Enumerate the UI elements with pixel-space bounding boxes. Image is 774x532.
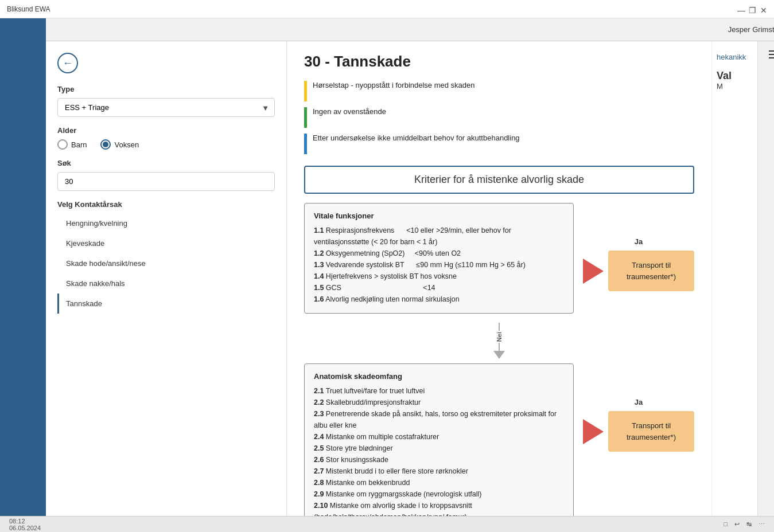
right-partial-text1: hekanikk [717,53,753,61]
vitale-1-1: 1.1 Respirasjonsfrekvens <10 eller >29/m… [314,225,564,248]
hamburger-icon [769,50,775,58]
back-btn-row: ← [57,53,275,73]
criteria-header-box: Kriterier for å mistenke alvorlig skade [304,166,694,194]
voksen-radio-label[interactable]: Voksen [100,139,139,150]
anatomisk-2-9: 2.9 Mistanke om ryggmargsskade (nevrolog… [314,488,564,500]
anatomisk-2-1: 2.1 Truet luftvei/fare for truet luftvei [314,385,564,397]
sok-label: Søk [57,159,275,167]
type-select[interactable]: ESS + Triage [57,98,275,117]
vitale-title: Vitale funksjoner [314,212,564,220]
left-nav-bg [0,18,46,532]
page-title: 30 - Tannskade [304,53,694,71]
voksen-radio-inner [103,142,108,147]
anatomisk-arrow-box: Ja Transport til traumesenter*) [583,398,694,452]
kontakt-label: Velg Kontaktårsak [57,200,275,209]
titlebar: Bliksund EWA — ❐ ✕ [0,0,774,18]
titlebar-title: Bliksund EWA [7,5,50,13]
titlebar-controls: — ❐ ✕ [737,6,767,13]
anatomisk-2-2: 2.2 Skallebrudd/impresjonsfraktur [314,397,564,408]
type-select-wrapper: ESS + Triage ▼ [57,98,275,117]
arrow-right-icon-1 [583,259,604,284]
left-panel: ← Type ESS + Triage ▼ Alder Barn [46,41,287,532]
anatomisk-2-5: 2.5 Store ytre blødninger [314,443,564,454]
hamburger-button[interactable] [767,46,775,63]
minimize-button[interactable]: — [737,6,744,13]
criteria-section: Kriterier for å mistenke alvorlig skade … [304,166,694,531]
barn-radio-label[interactable]: Barn [57,139,87,150]
right-partial-text2: Val [717,70,753,82]
voksen-radio-outer [100,139,111,150]
bottom-icon-1: □ [724,521,728,528]
criteria-title: Kriterier for å mistenke alvorlig skade [414,174,584,185]
vitale-1-3: 1.3 Vedvarende systolisk BT ≤90 mm Hg (≤… [314,259,564,271]
anatomisk-2-3: 2.3 Penetrerende skade på ansikt, hals, … [314,408,564,431]
bottom-bar: 08:12 06.05.2024 □ ↩ ↹ ⋯ [0,516,774,532]
nei-vertical: Nei [493,323,505,359]
anatomisk-title: Anatomisk skadeomfang [314,372,564,381]
alder-label: Alder [57,126,275,135]
bottom-right-icons: □ ↩ ↹ ⋯ [724,521,765,528]
triage-item-green: Ingen av ovenstående [304,106,694,128]
app-wrapper: Jesper Grimstad ← Type ESS + Triage ▼ [0,0,774,532]
triage-bar-green [304,107,307,128]
triage-text-blue: Etter undersøkelse ikke umiddelbart beho… [313,132,520,144]
triage-text-yellow: Hørselstap - nyoppstått i forbindelse me… [313,80,475,91]
vitale-1-4: 1.4 Hjertefrekvens > systolisk BT hos vo… [314,271,564,282]
arrow-right-icon-2 [583,419,604,444]
triage-item-blue: Etter undersøkelse ikke umiddelbart beho… [304,132,694,154]
bottom-date: 06.05.2024 [9,525,41,531]
barn-label: Barn [71,140,87,149]
anatomisk-2-8: 2.8 Mistanke om bekkenbrudd [314,477,564,488]
bottom-icon-3: ↹ [746,521,752,528]
voksen-label: Voksen [114,140,139,149]
contact-item-hengning[interactable]: Hengning/kvelning [57,213,275,233]
panel-area: ← Type ESS + Triage ▼ Alder Barn [46,41,757,532]
vitale-1-6: 1.6 Alvorlig nedkjøling uten normal sirk… [314,294,564,305]
ja-label-2: Ja [635,398,643,406]
bottom-time: 08:12 [9,518,25,525]
nei-line-top [499,323,500,331]
vitale-arrow-box: Ja Transport til traumesenter*) [583,237,694,291]
bottom-icon-2: ↩ [734,521,740,528]
nei-arrow-wrapper: Nei [304,323,694,359]
contact-item-kjeve[interactable]: Kjeveskade [57,233,275,253]
vitale-1-2: 1.2 Oksygenmetning (SpO2) <90% uten O2 [314,248,564,259]
right-panel: 30 - Tannskade Hørselstap - nyoppstått i… [287,41,711,532]
anatomisk-2-7: 2.7 Mistenkt brudd i to eller flere stor… [314,466,564,477]
triage-bar-yellow [304,81,307,101]
transport-box-1: Transport til traumesenter*) [608,251,694,291]
type-label: Type [57,85,275,93]
contact-item-hode[interactable]: Skade hode/ansikt/nese [57,253,275,273]
transport-box-2: Transport til traumesenter*) [608,411,694,452]
vitale-flow-row: Vitale funksjoner 1.1 Respirasjonsfrekve… [304,203,694,314]
close-button[interactable]: ✕ [760,6,767,13]
vitale-box: Vitale funksjoner 1.1 Respirasjonsfrekve… [304,203,574,314]
right-nav [757,41,774,532]
alder-row: Barn Voksen [57,139,275,150]
anatomisk-flow-row: Anatomisk skadeomfang 2.1 Truet luftvei/… [304,363,694,531]
back-button[interactable]: ← [57,53,78,73]
bottom-dots[interactable]: ⋯ [759,521,765,528]
top-bar: Jesper Grimstad [46,18,774,41]
content-row: ← Type ESS + Triage ▼ Alder Barn [46,41,774,532]
right-partial-text3: M [717,82,753,91]
nei-text: Nei [496,332,503,342]
search-input[interactable] [57,172,275,191]
ja-label-1: Ja [635,237,643,246]
anatomisk-box: Anatomisk skadeomfang 2.1 Truet luftvei/… [304,363,574,531]
restore-button[interactable]: ❐ [749,6,756,13]
bottom-datetime: 08:12 06.05.2024 [9,518,41,531]
anatomisk-2-4: 2.4 Mistanke om multiple costafrakturer [314,431,564,443]
anatomisk-2-6: 2.6 Stor knusingsskade [314,454,564,466]
nei-arrow-head [493,351,505,359]
user-name: Jesper Grimstad [728,25,774,34]
nei-line-bottom [499,343,500,351]
right-partial-panel: hekanikk Val M [711,41,757,532]
triage-item-yellow: Hørselstap - nyoppstått i forbindelse me… [304,80,694,101]
contact-list: Hengning/kvelning Kjeveskade Skade hode/… [57,213,275,314]
vitale-1-5: 1.5 GCS <14 [314,282,564,294]
contact-item-tann[interactable]: Tannskade [57,294,275,314]
contact-item-nakke[interactable]: Skade nakke/hals [57,273,275,294]
main-content: Jesper Grimstad ← Type ESS + Triage ▼ [46,18,774,532]
triage-bar-blue [304,134,307,154]
